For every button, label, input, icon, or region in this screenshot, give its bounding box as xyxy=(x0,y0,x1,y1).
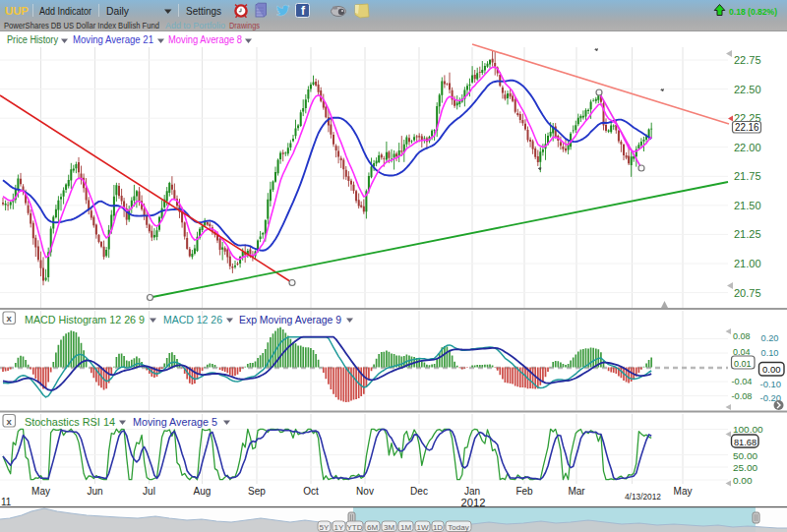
svg-text:0.04: 0.04 xyxy=(733,346,751,357)
svg-text:-0.10: -0.10 xyxy=(760,379,782,389)
svg-text:Dec: Dec xyxy=(410,486,428,497)
svg-text:Stochastics RSI 14: Stochastics RSI 14 xyxy=(25,416,115,428)
svg-text:Drawings: Drawings xyxy=(229,21,260,30)
svg-text:21.25: 21.25 xyxy=(734,228,761,240)
svg-text:0.08: 0.08 xyxy=(733,330,751,341)
svg-text:1D: 1D xyxy=(433,523,443,532)
svg-text:22.50: 22.50 xyxy=(734,84,761,95)
svg-text:22.16: 22.16 xyxy=(735,122,759,133)
svg-text:Moving Average 5: Moving Average 5 xyxy=(133,416,217,428)
svg-text:Aug: Aug xyxy=(194,486,212,497)
svg-text:100.00: 100.00 xyxy=(733,424,763,435)
svg-text:1W: 1W xyxy=(417,523,429,532)
svg-text:50.00: 50.00 xyxy=(733,450,758,461)
svg-text:-0.04: -0.04 xyxy=(732,376,754,386)
svg-text:MACD Histogram 12 26 9: MACD Histogram 12 26 9 xyxy=(25,314,145,325)
svg-text:Mar: Mar xyxy=(568,486,585,497)
svg-text:20.75: 20.75 xyxy=(734,287,761,299)
svg-text:-0.08: -0.08 xyxy=(732,390,753,401)
svg-text:Jan: Jan xyxy=(464,486,480,497)
svg-text:Exp Moving Average 9: Exp Moving Average 9 xyxy=(239,314,341,325)
svg-text:1M: 1M xyxy=(400,523,411,532)
svg-text:x: x xyxy=(7,313,13,324)
svg-text:6M: 6M xyxy=(367,523,378,532)
svg-text:0.00: 0.00 xyxy=(733,475,753,486)
svg-text:Daily: Daily xyxy=(106,5,130,17)
svg-text:3M: 3M xyxy=(384,523,394,532)
svg-text:PowerShares DB US Dollar Index: PowerShares DB US Dollar Index Bullish F… xyxy=(4,21,159,30)
svg-text:Sep: Sep xyxy=(248,486,266,497)
svg-text:Jul: Jul xyxy=(143,486,155,497)
svg-text:Add Indicator: Add Indicator xyxy=(39,5,91,17)
svg-text:22.00: 22.00 xyxy=(734,142,761,153)
svg-text:0.10: 0.10 xyxy=(761,347,780,358)
svg-text:0.20: 0.20 xyxy=(761,332,780,343)
svg-text:YTD: YTD xyxy=(347,523,363,532)
svg-text:x: x xyxy=(7,416,13,427)
svg-text:Jun: Jun xyxy=(87,486,102,497)
svg-text:81.68: 81.68 xyxy=(734,437,757,447)
svg-text:0.18 (0.82%): 0.18 (0.82%) xyxy=(729,6,777,17)
svg-text:May: May xyxy=(674,486,693,497)
svg-text:Nov: Nov xyxy=(356,486,374,497)
svg-text:Today: Today xyxy=(448,523,468,532)
svg-text:Moving Average 8: Moving Average 8 xyxy=(168,34,242,45)
svg-text:0.01: 0.01 xyxy=(734,358,752,369)
svg-text:4/13/2012: 4/13/2012 xyxy=(625,492,661,502)
svg-text:2012: 2012 xyxy=(461,498,486,508)
svg-text:Add to Portfolio: Add to Portfolio xyxy=(165,21,225,30)
svg-text:1Y: 1Y xyxy=(334,523,344,532)
svg-text:22.75: 22.75 xyxy=(734,54,761,66)
svg-text:5Y: 5Y xyxy=(320,523,330,532)
svg-text:Moving Average 21: Moving Average 21 xyxy=(73,34,153,45)
svg-text:21.75: 21.75 xyxy=(734,170,761,182)
svg-text:UUP: UUP xyxy=(5,5,29,17)
svg-text:Price History: Price History xyxy=(7,34,58,45)
svg-text:Feb: Feb xyxy=(515,486,533,497)
svg-text:21.50: 21.50 xyxy=(734,200,761,211)
svg-text:21.00: 21.00 xyxy=(734,258,761,269)
svg-text:Settings: Settings xyxy=(186,5,221,17)
svg-text:25.00: 25.00 xyxy=(733,462,758,473)
svg-text:MACD 12 26: MACD 12 26 xyxy=(163,314,222,325)
svg-text:Oct: Oct xyxy=(303,486,319,497)
svg-text:May: May xyxy=(31,486,50,497)
svg-text:0.00: 0.00 xyxy=(762,364,781,375)
svg-text:11: 11 xyxy=(1,497,12,507)
